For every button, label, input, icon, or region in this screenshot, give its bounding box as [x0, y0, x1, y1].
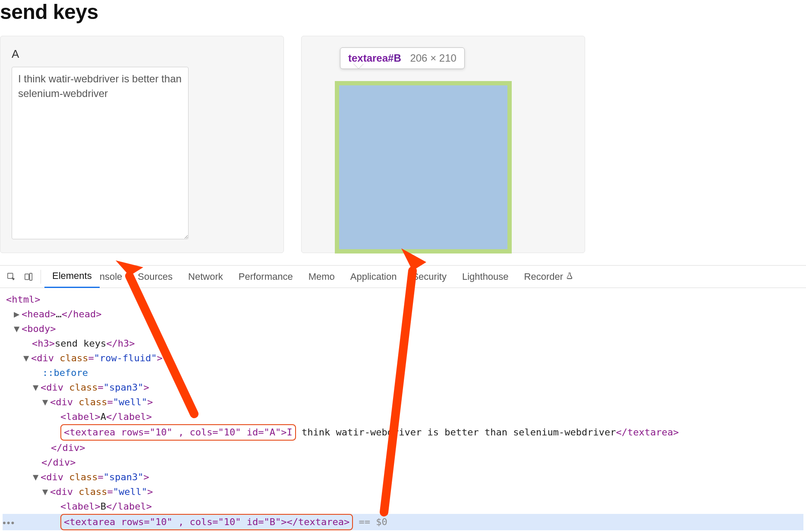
inspect-tag: textarea: [348, 52, 388, 64]
inspect-tooltip: textarea#B 206 × 210: [340, 47, 465, 69]
page-title: send keys: [0, 0, 806, 28]
dom-node-textarea-a[interactable]: <textarea rows="10" , cols="10" id="A">I…: [3, 424, 803, 441]
tab-memory[interactable]: Memo: [301, 266, 343, 288]
gutter-overflow-icon[interactable]: •••: [3, 517, 15, 529]
svg-rect-2: [30, 273, 32, 280]
dom-tree[interactable]: <html> ▶<head>…</head> ▼<body> <h3>send …: [0, 288, 806, 530]
tab-network[interactable]: Network: [180, 266, 231, 288]
textarea-a[interactable]: [12, 67, 189, 239]
page-viewport: send keys A textarea#B 206 × 210: [0, 0, 806, 265]
device-toolbar-icon[interactable]: [20, 268, 37, 285]
tab-sources[interactable]: Sources: [130, 266, 180, 288]
label-a: A: [12, 47, 272, 61]
svg-rect-1: [25, 274, 29, 279]
tab-application[interactable]: Application: [343, 266, 405, 288]
tab-console[interactable]: nsole: [100, 266, 130, 288]
recorder-beaker-icon: [566, 271, 573, 282]
tab-security[interactable]: Security: [404, 266, 454, 288]
well-a: A: [0, 36, 284, 253]
tab-elements[interactable]: Elements: [44, 266, 100, 288]
tab-recorder[interactable]: Recorder: [516, 266, 581, 288]
devtools-tabbar: Elements nsole Sources Network Performan…: [0, 266, 806, 288]
inspect-id: #B: [388, 52, 401, 64]
tab-lighthouse[interactable]: Lighthouse: [454, 266, 516, 288]
devtools-panel: Elements nsole Sources Network Performan…: [0, 265, 806, 532]
inspect-dimensions: 206 × 210: [410, 52, 456, 64]
dom-node-textarea-b[interactable]: <textarea rows="10" , cols="10" id="B"><…: [3, 514, 803, 530]
inspect-element-icon[interactable]: [3, 268, 20, 285]
tab-performance[interactable]: Performance: [231, 266, 301, 288]
tabbar-divider: [41, 270, 41, 284]
